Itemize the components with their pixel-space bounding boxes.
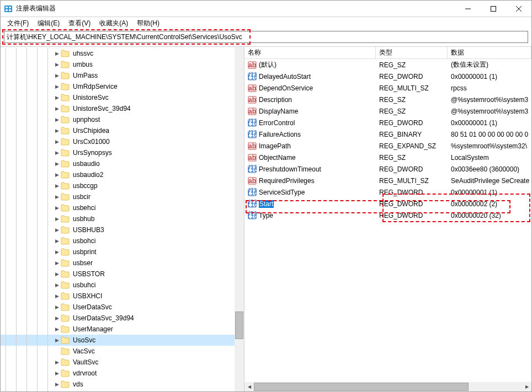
list-row[interactable]: abDependOnServiceREG_MULTI_SZrpcss: [244, 82, 531, 94]
column-header-data[interactable]: 数据: [448, 47, 531, 58]
list-row[interactable]: 011110ErrorControlREG_DWORD0x00000001 (1…: [244, 117, 531, 128]
tree-item[interactable]: ▶UrsChipidea: [1, 125, 244, 136]
tree-item[interactable]: ▶usbprint: [1, 246, 244, 257]
tree-expander-icon[interactable]: ▶: [53, 84, 61, 89]
tree-item[interactable]: ▶USBHUB3: [1, 224, 244, 235]
list-row[interactable]: abDisplayNameREG_SZ@%systemroot%\system3: [244, 105, 531, 117]
tree-item[interactable]: ▶VaultSvc: [1, 357, 244, 368]
list-horizontal-scrollbar[interactable]: ◀ ▶: [244, 382, 531, 391]
tree-item[interactable]: ▶vds: [1, 379, 244, 390]
list-row[interactable]: 011110PreshutdownTimeoutREG_DWORD0x0036e…: [244, 163, 531, 175]
tree-item[interactable]: ▶umbus: [1, 59, 244, 70]
tree-expander-icon[interactable]: ▶: [53, 216, 61, 222]
list-row[interactable]: abDescriptionREG_SZ@%systemroot%\system3: [244, 94, 531, 105]
list-row[interactable]: 011110TypeREG_DWORD0x00000020 (32): [244, 210, 531, 221]
tree-scrollbar[interactable]: [235, 47, 244, 391]
tree-expander-icon[interactable]: ▶: [53, 238, 61, 244]
minimize-button[interactable]: [455, 1, 481, 17]
tree-expander-icon[interactable]: ▶: [53, 183, 61, 189]
tree-item[interactable]: ▶uhssvc: [1, 48, 244, 59]
maximize-button[interactable]: [481, 1, 506, 17]
list-row[interactable]: 011110ServiceSidTypeREG_DWORD0x00000001 …: [244, 186, 531, 198]
tree-expander-icon[interactable]: ▶: [53, 293, 61, 299]
list-body[interactable]: ab(默认)REG_SZ(数值未设置)011110DelayedAutoStar…: [244, 59, 531, 382]
scroll-right-button[interactable]: ▶: [522, 382, 531, 391]
tree-item-label: VaultSvc: [72, 358, 99, 366]
tree-expander-icon[interactable]: ▶: [53, 249, 61, 255]
tree-item[interactable]: ▶UnistoreSvc_39d94: [1, 103, 244, 114]
tree-expander-icon[interactable]: ▶: [53, 128, 61, 133]
tree-item[interactable]: ▶UnistoreSvc: [1, 92, 244, 103]
tree-expander-icon[interactable]: ▶: [53, 359, 61, 365]
tree-item[interactable]: ▶UmPass: [1, 70, 244, 81]
tree-expander-icon[interactable]: ▶: [53, 337, 61, 343]
tree-item[interactable]: ▶usbehci: [1, 202, 244, 213]
column-header-name[interactable]: 名称: [244, 47, 376, 58]
hscroll-thumb[interactable]: [254, 383, 469, 391]
menu-edit[interactable]: 编辑(E): [33, 18, 64, 29]
list-row[interactable]: abRequiredPrivilegesREG_MULTI_SZSeAuditP…: [244, 175, 531, 186]
tree-expander-icon[interactable]: ▶: [53, 315, 61, 321]
svg-text:110: 110: [248, 131, 257, 139]
tree-expander-icon[interactable]: ▶: [53, 172, 61, 178]
tree-expander-icon[interactable]: ▶: [53, 326, 61, 332]
list-row[interactable]: 011110StartREG_DWORD0x00000002 (2): [244, 198, 531, 210]
tree-item[interactable]: ▶usbccgp: [1, 180, 244, 191]
menu-file[interactable]: 文件(F): [3, 18, 33, 29]
menu-help[interactable]: 帮助(H): [132, 18, 164, 29]
tree-expander-icon[interactable]: ▶: [53, 205, 61, 211]
column-header-type[interactable]: 类型: [376, 47, 448, 58]
tree-item[interactable]: ▶UmRdpService: [1, 81, 244, 92]
close-button[interactable]: [506, 1, 531, 17]
tree-expander-icon[interactable]: ▶: [53, 260, 61, 266]
hscroll-track[interactable]: [254, 382, 522, 391]
tree-item-label: UmPass: [72, 72, 99, 79]
tree-item[interactable]: ▶UrsSynopsys: [1, 147, 244, 158]
tree-item[interactable]: ▶UserDataSvc: [1, 302, 244, 313]
tree-item[interactable]: ▶usbaudio: [1, 158, 244, 169]
tree-expander-icon[interactable]: ▶: [53, 106, 61, 111]
tree-item[interactable]: ▶usbcir: [1, 191, 244, 202]
list-row[interactable]: abImagePathREG_EXPAND_SZ%systemroot%\sys…: [244, 140, 531, 152]
tree-expander-icon[interactable]: ▶: [53, 73, 61, 78]
tree-expander-icon[interactable]: ▶: [53, 117, 61, 122]
tree-expander-icon[interactable]: ▶: [53, 370, 61, 376]
address-bar[interactable]: 计算机\HKEY_LOCAL_MACHINE\SYSTEM\CurrentCon…: [4, 31, 528, 43]
tree-item[interactable]: ▶USBSTOR: [1, 269, 244, 280]
tree-expander-icon[interactable]: ▶: [53, 194, 61, 200]
tree-item[interactable]: ▶usbohci: [1, 235, 244, 246]
tree-expander-icon[interactable]: ▶: [53, 227, 61, 233]
tree-item[interactable]: ▶usbhub: [1, 213, 244, 224]
list-row[interactable]: 011110FailureActionsREG_BINARY80 51 01 0…: [244, 128, 531, 140]
tree-expander-icon[interactable]: ▶: [53, 304, 61, 310]
tree-expander-icon[interactable]: ▶: [53, 51, 61, 56]
tree-item[interactable]: ▶usbuhci: [1, 280, 244, 291]
tree-expander-icon[interactable]: ▶: [53, 271, 61, 277]
tree-item[interactable]: ▶UserManager: [1, 324, 244, 335]
list-row[interactable]: ab(默认)REG_SZ(数值未设置): [244, 59, 531, 71]
tree-item[interactable]: ▶UserDataSvc_39d94: [1, 313, 244, 324]
tree-scrollbar-thumb[interactable]: [235, 312, 243, 339]
tree-panel[interactable]: ▶uhssvc▶umbus▶UmPass▶UmRdpService▶Unisto…: [1, 47, 244, 391]
tree-item[interactable]: ▶upnphost: [1, 114, 244, 125]
tree-item[interactable]: ▶usbaudio2: [1, 169, 244, 180]
tree-item[interactable]: ▶VerifierExt: [1, 390, 244, 391]
list-row[interactable]: 011110DelayedAutoStartREG_DWORD0x0000000…: [244, 71, 531, 82]
tree-expander-icon[interactable]: ▶: [53, 95, 61, 100]
menu-favorites[interactable]: 收藏夹(A): [95, 18, 132, 29]
tree-item[interactable]: ▶UsoSvc: [1, 335, 244, 346]
list-row[interactable]: abObjectNameREG_SZLocalSystem: [244, 152, 531, 163]
menu-view[interactable]: 查看(V): [64, 18, 95, 29]
scroll-left-button[interactable]: ◀: [244, 382, 254, 391]
tree-expander-icon[interactable]: ▶: [53, 62, 61, 67]
tree-item[interactable]: ▶usbser: [1, 257, 244, 269]
tree-item[interactable]: VacSvc: [1, 346, 244, 357]
tree-expander-icon[interactable]: ▶: [53, 382, 61, 387]
tree-item[interactable]: ▶vdrvroot: [1, 368, 244, 379]
tree-expander-icon[interactable]: ▶: [53, 282, 61, 288]
tree-item[interactable]: ▶USBXHCI: [1, 291, 244, 302]
tree-expander-icon[interactable]: ▶: [53, 161, 61, 167]
tree-expander-icon[interactable]: ▶: [53, 139, 61, 144]
tree-item[interactable]: ▶UrsCx01000: [1, 136, 244, 147]
tree-expander-icon[interactable]: ▶: [53, 150, 61, 155]
